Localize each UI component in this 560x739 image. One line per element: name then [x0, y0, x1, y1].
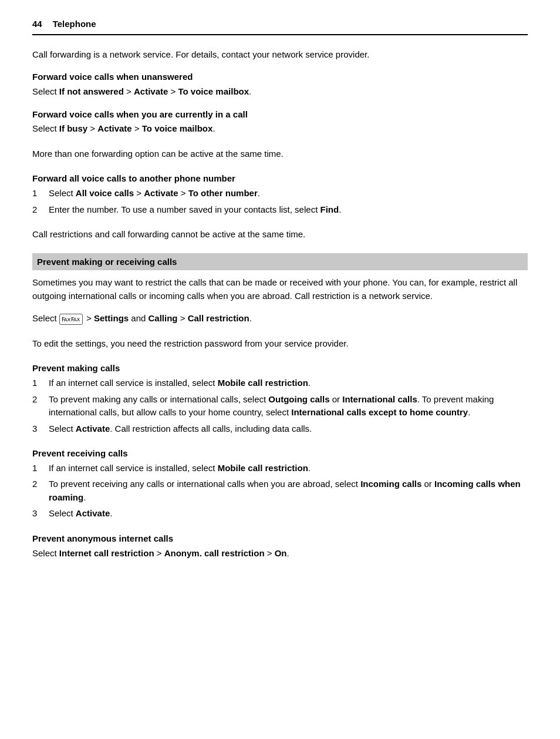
text-forward-busy: Select If busy > Activate > To voice mai… [32, 122, 528, 136]
prevent-intro-text: Sometimes you may want to restrict the c… [32, 276, 528, 303]
intro-paragraph: Call forwarding is a network service. Fo… [32, 48, 528, 62]
section-forward-all: Forward all voice calls to another phone… [32, 172, 528, 216]
list-content-pm-1: If an internet call service is installed… [49, 377, 528, 390]
list-content-pr-1: If an internet call service is installed… [49, 462, 528, 475]
label-call-restriction: Call restriction [188, 313, 249, 323]
section-prevent-receiving: Prevent receiving calls 1 If an internet… [32, 447, 528, 520]
list-content-pm-2: To prevent making any calls or internati… [49, 393, 528, 419]
heading-forward-all: Forward all voice calls to another phone… [32, 172, 528, 185]
heading-prevent-anonymous: Prevent anonymous internet calls [32, 532, 528, 545]
list-item: 3 Select Activate. [32, 507, 528, 520]
label-mobile-call-restriction-1: Mobile call restriction [218, 378, 308, 388]
label-to-other-number: To other number [188, 188, 258, 198]
list-num-pr-2: 2 [32, 478, 49, 491]
label-to-voice-mailbox-2: To voice mailbox [142, 123, 213, 133]
prevent-receiving-list: 1 If an internet call service is install… [32, 462, 528, 520]
page-number: 44 [32, 18, 42, 31]
list-num-pm-3: 3 [32, 422, 49, 436]
label-activate-pr: Activate [76, 508, 110, 518]
prevent-making-list: 1 If an internet call service is install… [32, 377, 528, 435]
label-find: Find [320, 204, 339, 214]
forward-all-list: 1 Select All voice calls > Activate > To… [32, 187, 528, 216]
label-if-busy: If busy [59, 123, 87, 133]
text-prevent-anonymous: Select Internet call restriction > Anony… [32, 547, 528, 560]
menu-icon: ℻℻ [59, 314, 83, 325]
label-international-calls: International calls [342, 394, 417, 404]
page-title: Telephone [53, 18, 96, 31]
list-num-pm-1: 1 [32, 377, 49, 390]
page-content: 44 Telephone Call forwarding is a networ… [0, 0, 560, 586]
label-activate-pm: Activate [76, 424, 110, 434]
list-num-pr-1: 1 [32, 462, 49, 475]
label-outgoing-calls: Outgoing calls [268, 394, 329, 404]
list-content-pr-3: Select Activate. [49, 507, 528, 520]
more-than-one-note: More than one forwarding option can be a… [32, 147, 528, 161]
label-intl-except-home: International calls except to home count… [291, 407, 468, 417]
label-all-voice-calls: All voice calls [76, 188, 134, 198]
label-to-voice-mailbox-1: To voice mailbox [178, 86, 249, 96]
label-calling: Calling [149, 313, 178, 323]
list-content-2: Enter the number. To use a number saved … [49, 203, 528, 217]
list-item: 2 Enter the number. To use a number save… [32, 203, 528, 217]
call-restrictions-note: Call restrictions and call forwarding ca… [32, 228, 528, 241]
list-num-1: 1 [32, 187, 49, 200]
section-prevent-making: Prevent making calls 1 If an internet ca… [32, 362, 528, 435]
list-content-1: Select All voice calls > Activate > To o… [49, 187, 528, 200]
label-incoming-roaming: Incoming calls when roaming [49, 479, 521, 502]
page-header: 44 Telephone [32, 18, 528, 35]
list-num-2: 2 [32, 203, 49, 217]
label-activate-2: Activate [97, 123, 131, 133]
label-activate-1: Activate [134, 86, 168, 96]
section-forward-unanswered: Forward voice calls when unanswered Sele… [32, 70, 528, 98]
list-num-pm-2: 2 [32, 393, 49, 407]
list-item: 1 Select All voice calls > Activate > To… [32, 187, 528, 200]
list-item: 3 Select Activate. Call restriction affe… [32, 422, 528, 436]
label-internet-call-restriction: Internet call restriction [59, 548, 154, 558]
section-prevent-anonymous: Prevent anonymous internet calls Select … [32, 532, 528, 560]
label-settings: Settings [94, 313, 129, 323]
list-content-pm-3: Select Activate. Call restriction affect… [49, 422, 528, 436]
list-item: 1 If an internet call service is install… [32, 462, 528, 475]
list-item: 1 If an internet call service is install… [32, 377, 528, 390]
list-item: 2 To prevent receiving any calls or inte… [32, 478, 528, 504]
list-num-pr-3: 3 [32, 507, 49, 520]
heading-prevent-receiving: Prevent receiving calls [32, 447, 528, 460]
section-forward-busy: Forward voice calls when you are current… [32, 108, 528, 136]
label-mobile-call-restriction-2: Mobile call restriction [218, 463, 308, 473]
label-if-not-answered: If not answered [59, 86, 124, 96]
heading-forward-unanswered: Forward voice calls when unanswered [32, 70, 528, 83]
prevent-banner: Prevent making or receiving calls [32, 253, 528, 271]
settings-instruction: Select ℻℻ > Settings and Calling > Call … [32, 312, 528, 325]
label-anonym-call-restriction: Anonym. call restriction [164, 548, 265, 558]
restriction-password-note: To edit the settings, you need the restr… [32, 337, 528, 351]
list-item: 2 To prevent making any calls or interna… [32, 393, 528, 419]
label-on: On [275, 548, 287, 558]
heading-prevent-making: Prevent making calls [32, 362, 528, 375]
list-content-pr-2: To prevent receiving any calls or intern… [49, 478, 528, 504]
text-forward-unanswered: Select If not answered > Activate > To v… [32, 85, 528, 99]
label-activate-3: Activate [144, 188, 178, 198]
label-incoming-calls: Incoming calls [360, 479, 421, 489]
heading-forward-busy: Forward voice calls when you are current… [32, 108, 528, 121]
